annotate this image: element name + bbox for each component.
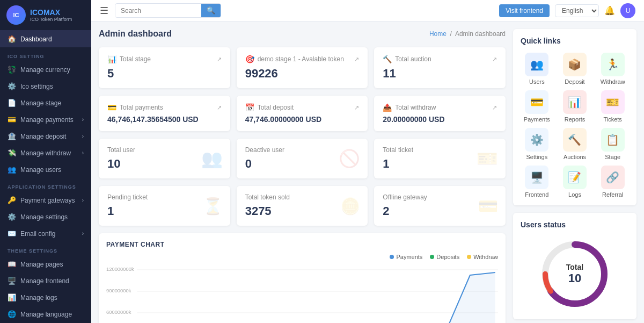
hamburger-icon[interactable]: ☰ xyxy=(100,5,108,17)
sidebar-item-manage-withdraw[interactable]: 💸 Manage withdraw › xyxy=(0,145,91,161)
quick-link-auctions[interactable]: 🔨 Auctions xyxy=(559,128,591,160)
page-title: Admin dashboard xyxy=(99,29,172,39)
deposit-icon: 📦 xyxy=(563,53,587,76)
logs-icon: 📝 xyxy=(563,166,587,189)
sidebar-item-manage-settings[interactable]: ⚙️ Manage settings xyxy=(0,209,91,225)
quick-link-logs[interactable]: 📝 Logs xyxy=(559,166,591,198)
payments-icon: 💳 xyxy=(107,103,116,112)
quick-link-stage[interactable]: 📋 Stage xyxy=(596,128,629,160)
ql-label-referral: Referral xyxy=(602,191,623,198)
arrow-icon: › xyxy=(82,197,84,203)
ql-label-payments: Payments xyxy=(524,116,550,123)
manage-frontend-icon: 🖥️ xyxy=(8,277,16,285)
sidebar-item-payment-gateways[interactable]: 🔑 Payment gateways › xyxy=(0,192,91,209)
ql-label-auctions: Auctions xyxy=(564,154,586,160)
ico-settings-icon: ⚙️ xyxy=(8,82,16,90)
quick-link-payments[interactable]: 💳 Payments xyxy=(521,90,553,123)
language-select[interactable]: EnglishFrenchSpanishArabic xyxy=(555,4,599,17)
donut-total-label: Total xyxy=(566,263,583,271)
breadcrumb: Home / Admin dashboard xyxy=(429,30,506,38)
brand-icon: IC xyxy=(6,5,26,25)
sidebar-logo: IC ICOMAX ICO Token Platform xyxy=(0,0,91,31)
content-area: Admin dashboard Home / Admin dashboard 📊… xyxy=(91,21,644,323)
total-deposit-value: 47,746.00000000 USD xyxy=(245,115,360,124)
sidebar-item-dashboard[interactable]: 🏠Dashboard xyxy=(0,31,91,47)
demo-stage-card: 🎯demo stage 1 - Avalable token ↗ 99226 xyxy=(237,47,368,88)
sidebar-item-label: Manage logs xyxy=(20,294,57,302)
breadcrumb-current: Admin dashboard xyxy=(455,30,506,38)
sidebar-item-manage-currency[interactable]: 💱 Manage currency xyxy=(0,61,91,78)
sidebar-item-label: Manage pages xyxy=(20,261,63,268)
sidebar-item-manage-deposit[interactable]: 🏦 Manage deposit › xyxy=(0,128,91,145)
sidebar-item-label: Payment gateways xyxy=(20,197,75,204)
withdraw-icon: 📤 xyxy=(383,103,392,112)
quick-link-deposit[interactable]: 📦 Deposit xyxy=(559,53,591,85)
users-status-card: Users status Total 10 xyxy=(513,213,636,319)
sidebar-item-label: Manage settings xyxy=(20,213,68,221)
total-ticket-card: Total ticket 1 🎫 xyxy=(374,139,506,178)
arrow-icon: › xyxy=(82,150,84,156)
manage-stage-icon: 📄 xyxy=(8,99,16,107)
quick-link-frontend[interactable]: 🖥️ Frontend xyxy=(521,166,553,198)
svg-text:120000000k: 120000000k xyxy=(106,267,134,272)
breadcrumb-row: Admin dashboard Home / Admin dashboard xyxy=(99,29,506,39)
manage-payments-icon: 💳 xyxy=(8,116,16,124)
demo-stage-icon: 🎯 xyxy=(245,55,254,63)
ql-label-deposit: Deposit xyxy=(565,78,584,85)
tickets-icon: 🎫 xyxy=(601,90,625,114)
users-status-title: Users status xyxy=(521,220,566,229)
sidebar-section-label: ICO SETTING xyxy=(0,47,91,61)
quick-link-tickets[interactable]: 🎫 Tickets xyxy=(596,90,629,123)
total-deposit-card: 📅Total deposit ↗ 47,746.00000000 USD xyxy=(237,96,368,131)
quick-link-users[interactable]: 👥 Users xyxy=(521,53,553,85)
sidebar-item-manage-frontend[interactable]: 🖥️ Manage frontend xyxy=(0,272,91,289)
sidebar-item-manage-stage[interactable]: 📄 Manage stage xyxy=(0,95,91,111)
sidebar-item-ico-settings[interactable]: ⚙️ Ico settings xyxy=(0,78,91,95)
stats-row-4: Pending ticket 1 ⏳ Total token sold 3275… xyxy=(99,186,506,226)
chart-title: PAYMENT CHART xyxy=(106,241,498,248)
quick-link-withdraw[interactable]: 🏃 Withdraw xyxy=(596,53,629,85)
quick-links-grid: 👥 Users 📦 Deposit 🏃 Withdraw 💳 Payments … xyxy=(521,53,629,198)
quick-links-card: Quick links 👥 Users 📦 Deposit 🏃 Withdraw… xyxy=(513,29,636,205)
avatar[interactable]: U xyxy=(620,3,635,18)
sidebar-item-manage-language[interactable]: 🌐 Manage language xyxy=(0,306,91,322)
sidebar-item-manage-logs[interactable]: 📊 Manage logs xyxy=(0,289,91,306)
demo-stage-link[interactable]: ↗ xyxy=(354,56,359,63)
stats-row-2: 💳Total payments ↗ 46,746,147.35654500 US… xyxy=(99,96,506,131)
user-bg-icon: 👥 xyxy=(201,148,223,169)
total-payments-link[interactable]: ↗ xyxy=(217,104,222,111)
total-payments-value: 46,746,147.35654500 USD xyxy=(107,115,222,124)
svg-text:60000000k: 60000000k xyxy=(106,310,131,315)
deactive-bg-icon: 🚫 xyxy=(339,148,360,169)
stats-row-1: 📊Total stage ↗ 5 🎯demo stage 1 - Avalabl… xyxy=(99,47,506,88)
payments-icon: 💳 xyxy=(525,90,548,114)
legend-dot xyxy=(390,255,394,259)
notification-icon[interactable]: 🔔 xyxy=(604,5,615,16)
total-withdraw-link[interactable]: ↗ xyxy=(492,104,497,111)
chart-area: 120000000k 90000000k 60000000k 30000000k… xyxy=(106,264,498,323)
sidebar-item-email-config[interactable]: ✉️ Email config › xyxy=(0,225,91,242)
search-input[interactable] xyxy=(115,5,201,17)
search-button[interactable]: 🔍 xyxy=(201,4,221,17)
total-token-sold-card: Total token sold 3275 🪙 xyxy=(237,186,368,226)
total-deposit-link[interactable]: ↗ xyxy=(354,104,359,111)
breadcrumb-home[interactable]: Home xyxy=(429,30,447,38)
arrow-icon: › xyxy=(82,133,84,139)
sidebar-item-manage-pages[interactable]: 📖 Manage pages xyxy=(0,256,91,272)
legend-dot xyxy=(467,255,471,259)
gateway-bg-icon: 💳 xyxy=(478,197,498,216)
total-stage-link[interactable]: ↗ xyxy=(217,56,222,63)
quick-link-settings[interactable]: ⚙️ Settings xyxy=(521,128,553,160)
sidebar-item-manage-users[interactable]: 👥 Manage users xyxy=(0,161,91,178)
quick-link-reports[interactable]: 📊 Reports xyxy=(559,90,591,123)
total-auction-link[interactable]: ↗ xyxy=(492,56,497,63)
sidebar-item-label: Manage deposit xyxy=(20,133,66,140)
sidebar-item-manage-payments[interactable]: 💳 Manage payments › xyxy=(0,111,91,128)
brand-name: ICOMAX xyxy=(30,8,72,17)
visit-frontend-button[interactable]: Visit frontend xyxy=(499,4,550,17)
right-column: Quick links 👥 Users 📦 Deposit 🏃 Withdraw… xyxy=(513,29,636,323)
quick-link-referral[interactable]: 🔗 Referral xyxy=(596,166,629,198)
brand-sub: ICO Token Platform xyxy=(30,17,72,22)
withdraw-icon: 🏃 xyxy=(601,53,625,76)
total-withdraw-card: 📤Total withdraw ↗ 20.00000000 USD xyxy=(374,96,506,131)
